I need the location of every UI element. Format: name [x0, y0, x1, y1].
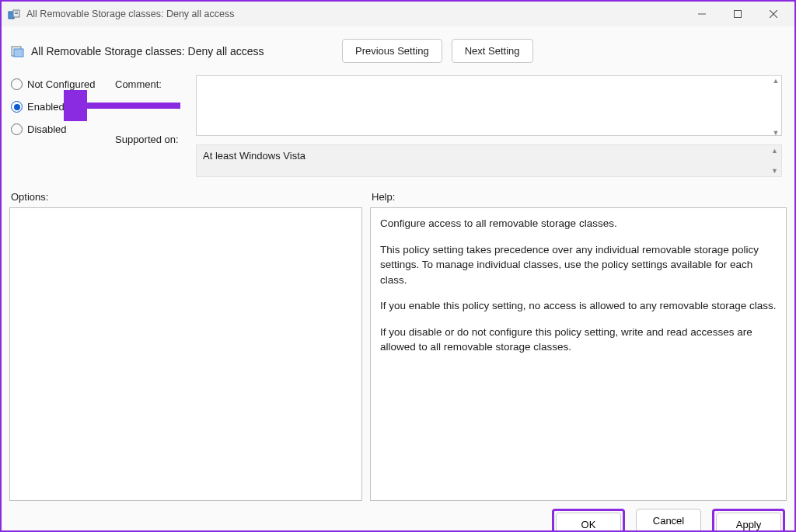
supported-on-field: At least Windows Vista ▲ ▼: [196, 144, 782, 177]
options-label: Options:: [11, 191, 364, 203]
help-text: If you enable this policy setting, no ac…: [380, 298, 777, 314]
radio-icon: [11, 78, 23, 90]
titlebar: All Removable Storage classes: Deny all …: [2, 2, 794, 26]
chevron-up-icon: ▲: [771, 147, 778, 155]
minimize-button[interactable]: [684, 2, 720, 26]
help-panel: Configure access to all removable storag…: [370, 207, 787, 501]
ok-button[interactable]: OK: [556, 513, 621, 532]
help-text: This policy setting takes precedence ove…: [380, 242, 777, 288]
header: All Removable Storage classes: Deny all …: [2, 26, 794, 68]
section-labels: Options: Help:: [2, 177, 794, 207]
field-labels: Comment: Supported on:: [115, 75, 193, 177]
apply-button[interactable]: Apply: [716, 513, 781, 532]
next-setting-button[interactable]: Next Setting: [452, 39, 533, 63]
footer: OK Cancel Apply: [2, 501, 794, 532]
radio-label: Disabled: [27, 123, 67, 135]
maximize-button[interactable]: [720, 2, 756, 26]
radio-label: Not Configured: [27, 78, 95, 90]
radio-label: Enabled: [27, 101, 65, 113]
svg-rect-9: [14, 49, 23, 57]
annotation-highlight: OK: [552, 509, 625, 532]
help-text: If you disable or do not configure this …: [380, 325, 777, 355]
help-label: Help:: [364, 191, 787, 203]
close-button[interactable]: [756, 2, 791, 26]
page-title: All Removable Storage classes: Deny all …: [31, 45, 295, 57]
previous-setting-button[interactable]: Previous Setting: [342, 39, 442, 63]
supported-on-value: At least Windows Vista: [203, 150, 305, 162]
radio-icon: [11, 101, 23, 113]
comment-label: Comment:: [115, 78, 193, 90]
chevron-down-icon: ▼: [771, 167, 778, 175]
panels: Configure access to all removable storag…: [2, 207, 794, 501]
supported-on-label: Supported on:: [115, 134, 193, 145]
state-radios: Not Configured Enabled Disabled: [11, 75, 112, 177]
chevron-up-icon: ▲: [771, 77, 780, 85]
policy-icon: [11, 44, 25, 58]
svg-rect-3: [15, 13, 18, 14]
options-panel: [9, 207, 362, 501]
config-area: Not Configured Enabled Disabled Comment:…: [2, 68, 794, 177]
svg-rect-2: [15, 12, 18, 12]
help-text: Configure access to all removable storag…: [380, 216, 777, 231]
chevron-down-icon: ▼: [771, 129, 780, 137]
scrollbar-stub: ▲ ▼: [771, 77, 780, 137]
cancel-button[interactable]: Cancel: [636, 509, 701, 532]
svg-rect-5: [735, 11, 742, 18]
radio-enabled[interactable]: Enabled: [11, 101, 112, 113]
radio-icon: [11, 123, 23, 135]
scrollbar-stub: ▲ ▼: [771, 147, 778, 175]
annotation-highlight: Apply: [712, 509, 785, 532]
comment-field[interactable]: [196, 75, 782, 136]
radio-not-configured[interactable]: Not Configured: [11, 78, 112, 90]
window-title: All Removable Storage classes: Deny all …: [26, 9, 684, 19]
gpedit-icon: [8, 8, 20, 20]
radio-disabled[interactable]: Disabled: [11, 123, 112, 135]
